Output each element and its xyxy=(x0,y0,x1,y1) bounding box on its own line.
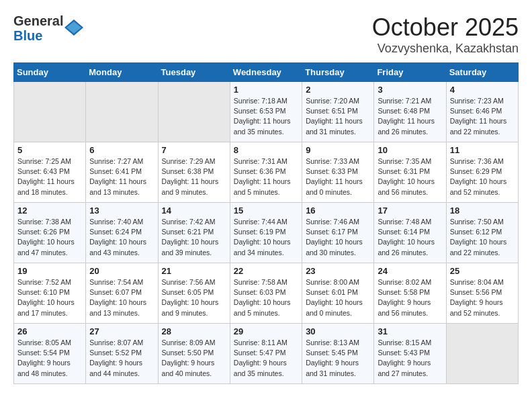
day-number: 29 xyxy=(234,326,298,336)
calendar-cell xyxy=(86,82,158,142)
calendar-week-2: 5Sunrise: 7:25 AMSunset: 6:43 PMDaylight… xyxy=(14,142,519,203)
day-info: Sunrise: 8:00 AMSunset: 6:01 PMDaylight:… xyxy=(306,277,370,318)
header-day-thursday: Thursday xyxy=(302,63,374,82)
header-day-monday: Monday xyxy=(86,63,158,82)
calendar-week-5: 26Sunrise: 8:05 AMSunset: 5:54 PMDayligh… xyxy=(14,324,519,384)
calendar-cell: 23Sunrise: 8:00 AMSunset: 6:01 PMDayligh… xyxy=(302,263,374,324)
header-day-saturday: Saturday xyxy=(446,63,518,82)
calendar-cell xyxy=(14,82,86,142)
day-info: Sunrise: 8:04 AMSunset: 5:56 PMDaylight:… xyxy=(450,277,515,318)
day-number: 11 xyxy=(450,145,515,155)
day-info: Sunrise: 7:33 AMSunset: 6:33 PMDaylight:… xyxy=(306,156,370,197)
location-title: Vozvyshenka, Kazakhstan xyxy=(372,42,519,56)
day-number: 17 xyxy=(378,205,442,216)
day-info: Sunrise: 7:35 AMSunset: 6:31 PMDaylight:… xyxy=(378,156,442,197)
day-number: 3 xyxy=(378,85,442,95)
day-number: 26 xyxy=(17,326,82,336)
day-number: 7 xyxy=(162,145,226,155)
calendar-cell: 20Sunrise: 7:54 AMSunset: 6:07 PMDayligh… xyxy=(86,263,158,324)
day-number: 4 xyxy=(450,85,515,95)
day-number: 5 xyxy=(17,145,82,155)
day-info: Sunrise: 7:44 AMSunset: 6:19 PMDaylight:… xyxy=(234,217,298,258)
calendar-cell: 14Sunrise: 7:42 AMSunset: 6:21 PMDayligh… xyxy=(158,203,230,263)
day-info: Sunrise: 8:13 AMSunset: 5:45 PMDaylight:… xyxy=(306,338,370,379)
day-number: 19 xyxy=(17,266,82,276)
day-info: Sunrise: 7:40 AMSunset: 6:24 PMDaylight:… xyxy=(89,217,154,258)
day-number: 8 xyxy=(234,145,298,155)
calendar-cell: 7Sunrise: 7:29 AMSunset: 6:38 PMDaylight… xyxy=(158,142,230,203)
logo-flag-icon xyxy=(64,18,83,37)
day-number: 12 xyxy=(17,205,82,216)
day-info: Sunrise: 7:36 AMSunset: 6:29 PMDaylight:… xyxy=(450,156,515,197)
day-info: Sunrise: 7:25 AMSunset: 6:43 PMDaylight:… xyxy=(17,156,82,197)
day-number: 30 xyxy=(306,326,370,336)
day-number: 16 xyxy=(306,205,370,216)
day-number: 6 xyxy=(89,145,154,155)
calendar-cell: 4Sunrise: 7:23 AMSunset: 6:46 PMDaylight… xyxy=(446,82,518,142)
calendar-cell: 31Sunrise: 8:15 AMSunset: 5:43 PMDayligh… xyxy=(374,324,446,384)
calendar-cell: 18Sunrise: 7:50 AMSunset: 6:12 PMDayligh… xyxy=(446,203,518,263)
day-number: 18 xyxy=(450,205,515,216)
calendar-cell: 25Sunrise: 8:04 AMSunset: 5:56 PMDayligh… xyxy=(446,263,518,324)
calendar-week-3: 12Sunrise: 7:38 AMSunset: 6:26 PMDayligh… xyxy=(14,203,519,263)
calendar-cell: 3Sunrise: 7:21 AMSunset: 6:48 PMDaylight… xyxy=(374,82,446,142)
calendar-cell: 17Sunrise: 7:48 AMSunset: 6:14 PMDayligh… xyxy=(374,203,446,263)
day-info: Sunrise: 7:20 AMSunset: 6:51 PMDaylight:… xyxy=(306,96,370,137)
day-info: Sunrise: 8:05 AMSunset: 5:54 PMDaylight:… xyxy=(17,338,82,379)
day-number: 31 xyxy=(378,326,442,336)
day-number: 27 xyxy=(89,326,154,336)
calendar-cell: 9Sunrise: 7:33 AMSunset: 6:33 PMDaylight… xyxy=(302,142,374,203)
day-info: Sunrise: 7:54 AMSunset: 6:07 PMDaylight:… xyxy=(89,277,154,318)
calendar-cell: 26Sunrise: 8:05 AMSunset: 5:54 PMDayligh… xyxy=(14,324,86,384)
day-number: 23 xyxy=(306,266,370,276)
day-info: Sunrise: 8:15 AMSunset: 5:43 PMDaylight:… xyxy=(378,338,442,379)
day-info: Sunrise: 7:48 AMSunset: 6:14 PMDaylight:… xyxy=(378,217,442,258)
calendar-cell: 28Sunrise: 8:09 AMSunset: 5:50 PMDayligh… xyxy=(158,324,230,384)
day-number: 9 xyxy=(306,145,370,155)
day-info: Sunrise: 7:27 AMSunset: 6:41 PMDaylight:… xyxy=(89,156,154,197)
day-info: Sunrise: 8:07 AMSunset: 5:52 PMDaylight:… xyxy=(89,338,154,379)
calendar-cell: 2Sunrise: 7:20 AMSunset: 6:51 PMDaylight… xyxy=(302,82,374,142)
calendar-cell: 11Sunrise: 7:36 AMSunset: 6:29 PMDayligh… xyxy=(446,142,518,203)
calendar-cell xyxy=(158,82,230,142)
day-number: 28 xyxy=(162,326,226,336)
calendar-cell: 8Sunrise: 7:31 AMSunset: 6:36 PMDaylight… xyxy=(230,142,302,203)
day-number: 20 xyxy=(89,266,154,276)
header-day-friday: Friday xyxy=(374,63,446,82)
day-info: Sunrise: 7:56 AMSunset: 6:05 PMDaylight:… xyxy=(162,277,226,318)
day-info: Sunrise: 7:50 AMSunset: 6:12 PMDaylight:… xyxy=(450,217,515,258)
calendar-table: SundayMondayTuesdayWednesdayThursdayFrid… xyxy=(13,62,519,384)
day-number: 14 xyxy=(162,205,226,216)
month-title: October 2025 xyxy=(372,13,519,42)
calendar-cell: 24Sunrise: 8:02 AMSunset: 5:58 PMDayligh… xyxy=(374,263,446,324)
calendar-cell: 6Sunrise: 7:27 AMSunset: 6:41 PMDaylight… xyxy=(86,142,158,203)
calendar-cell: 27Sunrise: 8:07 AMSunset: 5:52 PMDayligh… xyxy=(86,324,158,384)
day-info: Sunrise: 8:11 AMSunset: 5:47 PMDaylight:… xyxy=(234,338,298,379)
day-info: Sunrise: 7:29 AMSunset: 6:38 PMDaylight:… xyxy=(162,156,226,197)
day-number: 10 xyxy=(378,145,442,155)
day-number: 21 xyxy=(162,266,226,276)
header-day-tuesday: Tuesday xyxy=(158,63,230,82)
calendar-week-4: 19Sunrise: 7:52 AMSunset: 6:10 PMDayligh… xyxy=(14,263,519,324)
day-info: Sunrise: 8:09 AMSunset: 5:50 PMDaylight:… xyxy=(162,338,226,379)
day-number: 15 xyxy=(234,205,298,216)
calendar-cell xyxy=(446,324,518,384)
day-info: Sunrise: 7:52 AMSunset: 6:10 PMDaylight:… xyxy=(17,277,82,318)
calendar-cell: 16Sunrise: 7:46 AMSunset: 6:17 PMDayligh… xyxy=(302,203,374,263)
calendar-cell: 15Sunrise: 7:44 AMSunset: 6:19 PMDayligh… xyxy=(230,203,302,263)
logo-text: General Blue xyxy=(13,13,63,43)
calendar-cell: 1Sunrise: 7:18 AMSunset: 6:53 PMDaylight… xyxy=(230,82,302,142)
header: General Blue October 2025 Vozvyshenka, K… xyxy=(13,13,519,56)
title-section: October 2025 Vozvyshenka, Kazakhstan xyxy=(372,13,519,56)
day-info: Sunrise: 7:46 AMSunset: 6:17 PMDaylight:… xyxy=(306,217,370,258)
calendar-cell: 19Sunrise: 7:52 AMSunset: 6:10 PMDayligh… xyxy=(14,263,86,324)
day-number: 22 xyxy=(234,266,298,276)
day-info: Sunrise: 7:31 AMSunset: 6:36 PMDaylight:… xyxy=(234,156,298,197)
day-info: Sunrise: 8:02 AMSunset: 5:58 PMDaylight:… xyxy=(378,277,442,318)
svg-marker-1 xyxy=(66,21,81,34)
day-info: Sunrise: 7:18 AMSunset: 6:53 PMDaylight:… xyxy=(234,96,298,137)
day-number: 2 xyxy=(306,85,370,95)
calendar-cell: 29Sunrise: 8:11 AMSunset: 5:47 PMDayligh… xyxy=(230,324,302,384)
calendar-cell: 30Sunrise: 8:13 AMSunset: 5:45 PMDayligh… xyxy=(302,324,374,384)
calendar-cell: 13Sunrise: 7:40 AMSunset: 6:24 PMDayligh… xyxy=(86,203,158,263)
